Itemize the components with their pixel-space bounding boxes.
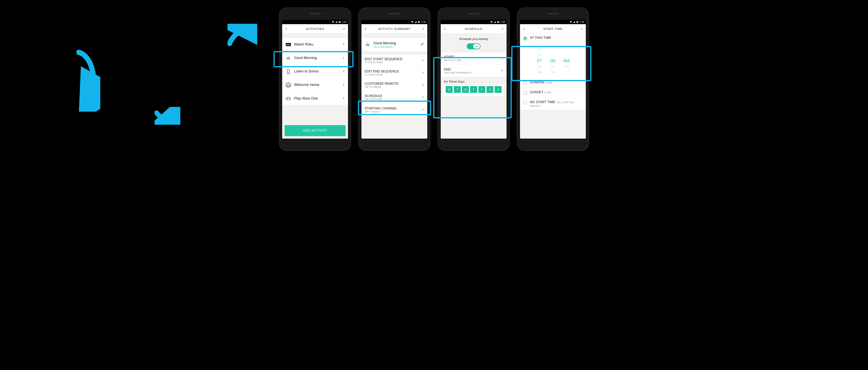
svg-rect-7	[287, 69, 289, 73]
row-label: CUSTOMIZE REMOTE	[365, 82, 419, 86]
status-bar: 7:29	[362, 20, 427, 24]
header: START TIME	[520, 24, 586, 34]
home-icon	[285, 82, 291, 88]
days-label: On These Days	[441, 77, 506, 85]
chevron-right-icon	[422, 83, 424, 87]
row-edit-end-sequence[interactable]: EDIT END SEQUENCE TV, STB & 3 MORE	[362, 67, 427, 79]
chevron-right-icon	[342, 83, 345, 87]
status-time: 7:29	[342, 21, 346, 23]
svg-text:Roku: Roku	[286, 44, 290, 45]
activity-welcome-home[interactable]: Welcome Home	[282, 78, 348, 92]
option-no-start-time[interactable]: NO START TIME I WILL START THIS MANUALLY	[520, 98, 586, 110]
svg-line-18	[366, 44, 366, 44]
picker-hour: 08	[535, 65, 544, 69]
day-sun[interactable]: S	[495, 86, 502, 93]
row-end[interactable]: END I WILL END THIS MANUALLY	[441, 65, 506, 77]
radio-icon	[523, 36, 527, 40]
svg-rect-20	[497, 22, 499, 23]
phone-activity-summary: 7:29 ACTIVITY SUMMARY Good Morning Tap t…	[359, 8, 430, 150]
row-sublabel: TAP TO SET TIME	[365, 98, 419, 100]
activity-label: Watch Roku	[294, 42, 340, 46]
activity-label: Welcome Home	[294, 83, 340, 87]
sunrise-icon	[285, 55, 291, 61]
forward-icon[interactable]	[342, 27, 346, 31]
svg-rect-23	[578, 22, 579, 22]
activity-header-row[interactable]: Good Morning Tap to start Activity	[362, 38, 427, 51]
row-schedule[interactable]: SCHEDULE TAP TO SET TIME	[362, 91, 427, 104]
row-sublabel: TAP TO CHANGE	[365, 86, 419, 88]
radio-icon	[523, 81, 527, 85]
status-time: 7:29	[580, 21, 584, 23]
svg-rect-0	[339, 22, 340, 23]
day-thu[interactable]: T	[470, 86, 477, 93]
svg-line-5	[286, 58, 287, 58]
header: SCHEDULE	[441, 24, 506, 34]
option-at-this-time[interactable]: AT THIS TIME	[520, 34, 586, 43]
row-edit-start-sequence[interactable]: EDIT START SEQUENCE TV, STB & 3 MORE	[362, 55, 427, 67]
row-sublabel: TAP TO SET TIME	[444, 59, 498, 61]
chevron-right-icon	[501, 69, 503, 72]
radio-icon	[523, 101, 527, 105]
chevron-right-icon	[422, 96, 424, 99]
back-icon[interactable]	[285, 27, 288, 31]
activity-good-morning[interactable]: Good Morning	[282, 51, 348, 65]
roku-icon: Roku	[285, 41, 291, 47]
option-sunrise[interactable]: SUNRISE 6:08AM	[520, 78, 586, 88]
schedule-toggle[interactable]: ON	[467, 43, 480, 49]
forward-icon[interactable]	[421, 27, 425, 31]
add-activity-button[interactable]: ADD ACTIVITY	[285, 125, 346, 136]
row-sublabel: TAP TO SELECT	[365, 111, 419, 113]
activity-play-xbox[interactable]: Play Xbox One	[282, 92, 348, 105]
day-tue[interactable]: T	[454, 86, 461, 93]
status-bar: 7:29	[441, 20, 506, 24]
chevron-right-icon	[342, 70, 345, 73]
option-sunset[interactable]: SUNSET 8:23PM	[520, 88, 586, 98]
row-label: START	[444, 55, 498, 59]
picker-hour: 05	[535, 47, 544, 51]
radio-label: SUNSET	[530, 91, 544, 94]
schedule-prompt: Schedule your Activity	[441, 34, 506, 42]
back-icon[interactable]	[364, 27, 367, 31]
row-customize-remote[interactable]: CUSTOMIZE REMOTE TAP TO CHANGE	[362, 79, 427, 91]
radio-icon	[523, 91, 527, 95]
svg-line-19	[369, 44, 369, 44]
day-mon[interactable]: M	[446, 86, 453, 93]
picker-hour-selected: 07	[535, 58, 544, 63]
radio-label: SUNRISE	[530, 80, 545, 84]
back-icon[interactable]	[522, 27, 526, 31]
row-start[interactable]: START TAP TO SET TIME	[441, 52, 506, 65]
time-picker[interactable]: 05 06 07 00 AM 08 00 PM 09 00	[520, 43, 586, 78]
activity-watch-roku[interactable]: Roku Watch Roku	[282, 38, 348, 51]
day-fri[interactable]: F	[478, 86, 485, 93]
picker-hour: 09	[535, 71, 544, 75]
day-sat[interactable]: S	[487, 86, 493, 93]
status-bar: 7:29	[282, 20, 348, 24]
svg-line-6	[289, 58, 290, 58]
chevron-right-icon	[342, 43, 345, 46]
row-starting-channel[interactable]: STARTING CHANNEL TAP TO SELECT	[362, 104, 427, 116]
activity-listen-sonos[interactable]: SONOS Listen to Sonos	[282, 65, 348, 78]
radio-label: AT THIS TIME	[530, 36, 551, 39]
radio-sublabel: 8:23PM	[544, 92, 551, 94]
chevron-right-icon	[422, 108, 424, 111]
chevron-right-icon	[342, 56, 345, 60]
row-sublabel: I WILL END THIS MANUALLY	[444, 72, 498, 74]
radio-sublabel: 6:08AM	[546, 81, 552, 84]
toggle-knob: ON	[473, 44, 480, 49]
forward-icon[interactable]	[501, 27, 504, 31]
sonos-icon: SONOS	[285, 68, 291, 74]
row-sublabel: TV, STB & 3 MORE	[365, 61, 419, 64]
activity-label: Listen to Sonos	[294, 69, 340, 73]
phone-schedule: 7:29 SCHEDULE Schedule your Activity ON …	[438, 8, 509, 150]
row-sublabel: TV, STB & 3 MORE	[365, 74, 419, 76]
svg-rect-22	[577, 22, 578, 23]
svg-rect-1	[340, 22, 341, 22]
back-icon[interactable]	[443, 27, 447, 31]
activity-name: Good Morning	[373, 41, 418, 45]
day-wed[interactable]: W	[462, 86, 469, 93]
forward-icon[interactable]	[580, 27, 583, 31]
picker-min: 00	[549, 71, 557, 75]
edit-icon[interactable]	[421, 42, 424, 47]
svg-rect-10	[286, 97, 290, 100]
svg-rect-15	[418, 22, 420, 23]
